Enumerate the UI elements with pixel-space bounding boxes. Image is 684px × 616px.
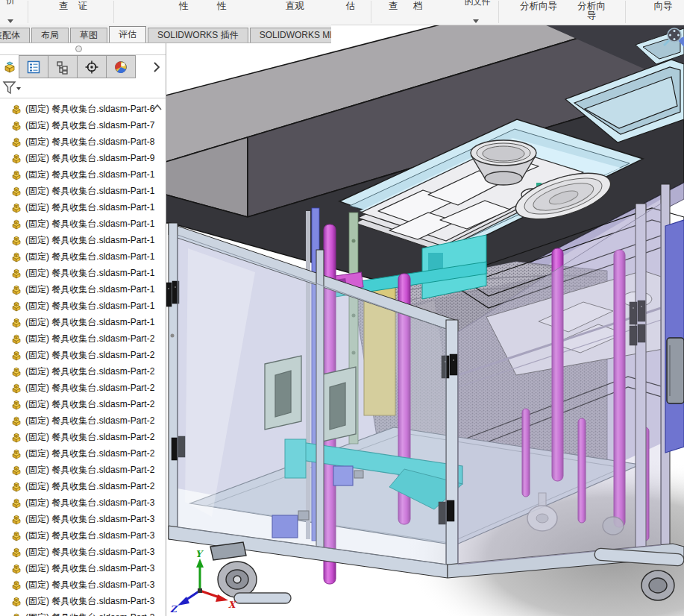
tree-item-label: (固定) 餐具收集台.sldasm-Part-3 — [25, 579, 154, 591]
part-icon — [10, 529, 22, 541]
tree-item[interactable]: (固定) 餐具收集台.sldasm-Part-2 — [0, 429, 166, 445]
part-icon — [10, 480, 22, 492]
toolbar-button-label[interactable]: 查 — [59, 1, 69, 11]
tree-item[interactable]: (固定) 餐具收集台.sldasm-Part-1 — [0, 166, 166, 183]
tree-item[interactable]: (固定) 餐具收集台.sldasm-Part-1 — [0, 265, 166, 281]
tree-item[interactable]: (固定) 餐具收集台.sldasm-Part-1 — [0, 298, 166, 314]
dimxpertmanager-tab[interactable] — [77, 55, 107, 78]
propertymanager-tab[interactable] — [19, 55, 48, 78]
tree-item[interactable]: (固定) 餐具收集台.sldasm-Part-3 — [0, 511, 166, 527]
configurationmanager-tab[interactable] — [48, 55, 78, 78]
tab-label: SOLIDWORKS MBD — [260, 30, 331, 40]
tree-item-label: (固定) 餐具收集台.sldasm-Part-3 — [25, 595, 154, 608]
tree-item[interactable]: (固定) 餐具收集台.sldasm-Part-2 — [0, 363, 166, 380]
graphics-viewport[interactable]: Y X Z — [166, 25, 684, 616]
configurationmanager-icon — [55, 60, 70, 75]
tree-item[interactable]: (固定) 餐具收集台.sldasm-Part-3 — [0, 593, 166, 609]
tree-item-label: (固定) 餐具收集台.sldasm-Part-7 — [25, 119, 154, 132]
panel-splitter[interactable] — [0, 43, 166, 55]
tree-item[interactable]: (固定) 餐具收集台.sldasm-Part-1 — [0, 314, 166, 330]
tree-item[interactable]: (固定) 餐具收集台.sldasm-Part-1 — [0, 281, 166, 298]
toolbar-separator — [625, 1, 626, 23]
tree-item-label: (固定) 餐具收集台.sldasm-Part-1 — [25, 185, 154, 198]
tree-item[interactable]: (固定) 餐具收集台.sldasm-Part-2 — [0, 380, 166, 396]
part-icon — [10, 136, 22, 148]
tree-item[interactable]: (固定) 餐具收集台.sldasm-Part-3 — [0, 609, 166, 616]
commandmanager-tab[interactable]: 装配体 — [0, 28, 30, 43]
splitter-handle-icon[interactable] — [75, 45, 82, 52]
part-icon — [10, 218, 22, 230]
tree-item[interactable]: (固定) 餐具收集台.sldasm-Part-3 — [0, 527, 166, 544]
tree-item[interactable]: (固定) 餐具收集台.sldasm-Part-2 — [0, 330, 166, 347]
part-icon — [10, 251, 22, 263]
tree-item[interactable]: (固定) 餐具收集台.sldasm-Part-2 — [0, 396, 166, 412]
tree-item[interactable]: (固定) 餐具收集台.sldasm-Part-2 — [0, 445, 166, 462]
toolbar-separator — [113, 1, 114, 23]
tree-item-label: (固定) 餐具收集台.sldasm-Part-2 — [25, 480, 154, 493]
part-icon — [10, 300, 22, 312]
tree-item[interactable]: (固定) 餐具收集台.sldasm-Part-2 — [0, 347, 166, 363]
toolbar-button-label[interactable]: 分析向导 — [520, 1, 557, 11]
toolbar-button-label[interactable]: 证 — [78, 1, 88, 11]
dropdown-caret-icon[interactable] — [7, 19, 13, 23]
tree-item-label: (固定) 餐具收集台.sldasm-Part-1 — [25, 300, 154, 312]
tree-item[interactable]: (固定) 餐具收集台.sldasm-Part-1 — [0, 199, 166, 216]
part-icon — [10, 497, 22, 509]
tree-item-label: (固定) 餐具收集台.sldasm-Part-3 — [25, 612, 154, 616]
tree-item[interactable]: (固定) 餐具收集台.sldasm-Part-8 — [0, 133, 166, 150]
tree-item[interactable]: (固定) 餐具收集台.sldasm-Part-1 — [0, 183, 166, 199]
manager-tab-strip — [0, 55, 166, 78]
tree-item[interactable]: (固定) 餐具收集台.sldasm-Part-7 — [0, 117, 166, 133]
part-icon — [10, 152, 22, 164]
dropdown-caret-icon[interactable] — [473, 19, 479, 23]
tree-item[interactable]: (固定) 餐具收集台.sldasm-Part-2 — [0, 412, 166, 429]
featuremanager-tab[interactable] — [0, 55, 19, 78]
command-toolbar: 价 查 证 性 性 直观 估 查 档 的文件 分析向导 分析向导 向导 — [0, 0, 684, 25]
commandmanager-tab[interactable]: 评估 — [109, 26, 146, 43]
tree-item[interactable]: (固定) 餐具收集台.sldasm-Part-1 — [0, 232, 166, 248]
displaymanager-icon — [113, 60, 128, 75]
toolbar-button-label[interactable]: 查 — [389, 1, 398, 11]
propertymanager-icon — [26, 60, 41, 75]
part-icon — [10, 562, 22, 574]
tree-item[interactable]: (固定) 餐具收集台.sldasm-Part-2 — [0, 462, 166, 478]
toolbar-button-label[interactable]: 直观 — [286, 1, 304, 11]
tree-item[interactable]: (固定) 餐具收集台.sldasm-Part-3 — [0, 494, 166, 511]
tree-scroll-up[interactable] — [152, 101, 163, 110]
tree-item[interactable]: (固定) 餐具收集台.sldasm-Part-6 — [0, 101, 166, 117]
toolbar-button-label[interactable]: 向导 — [654, 1, 673, 11]
toolbar-button-label[interactable]: 分析向导 — [576, 1, 607, 21]
toolbar-button-label[interactable]: 性 — [217, 1, 227, 11]
part-icon — [10, 267, 22, 279]
tree-item-label: (固定) 餐具收集台.sldasm-Part-1 — [25, 283, 154, 296]
toolbar-button-label[interactable]: 档 — [413, 1, 423, 11]
part-icon — [10, 612, 22, 616]
part-icon — [10, 185, 22, 197]
toolbar-button-label[interactable]: 性 — [179, 1, 189, 11]
part-icon — [10, 119, 22, 131]
tree-item[interactable]: (固定) 餐具收集台.sldasm-Part-9 — [0, 150, 166, 166]
tree-item[interactable]: (固定) 餐具收集台.sldasm-Part-3 — [0, 576, 166, 593]
commandmanager-tab[interactable]: SOLIDWORKS 插件 — [148, 28, 248, 43]
part-icon — [10, 234, 22, 246]
toolbar-button-label[interactable]: 的文件 — [465, 0, 491, 7]
tree-item-label: (固定) 餐具收集台.sldasm-Part-1 — [25, 316, 154, 329]
tree-item-label: (固定) 餐具收集台.sldasm-Part-1 — [25, 267, 154, 280]
tree-item[interactable]: (固定) 餐具收集台.sldasm-Part-2 — [0, 478, 166, 494]
toolbar-button-label[interactable]: 价 — [6, 0, 16, 5]
tree-item[interactable]: (固定) 餐具收集台.sldasm-Part-3 — [0, 544, 166, 560]
commandmanager-tab[interactable]: 草图 — [70, 28, 107, 43]
displaymanager-tab[interactable] — [106, 55, 136, 78]
commandmanager-tab[interactable]: 布局 — [31, 28, 69, 43]
tree-item[interactable]: (固定) 餐具收集台.sldasm-Part-3 — [0, 560, 166, 576]
tab-label: 装配体 — [0, 30, 20, 40]
tree-item-label: (固定) 餐具收集台.sldasm-Part-3 — [25, 513, 154, 526]
toolbar-button-label[interactable]: 估 — [346, 1, 356, 11]
part-icon — [10, 546, 22, 558]
tree-item[interactable]: (固定) 餐具收集台.sldasm-Part-1 — [0, 248, 166, 265]
manager-tab-expand[interactable] — [148, 55, 166, 78]
part-icon — [10, 169, 22, 180]
filter-funnel-icon[interactable] — [2, 81, 22, 95]
commandmanager-tab[interactable]: SOLIDWORKS MBD — [250, 28, 331, 43]
tree-item[interactable]: (固定) 餐具收集台.sldasm-Part-1 — [0, 216, 166, 232]
